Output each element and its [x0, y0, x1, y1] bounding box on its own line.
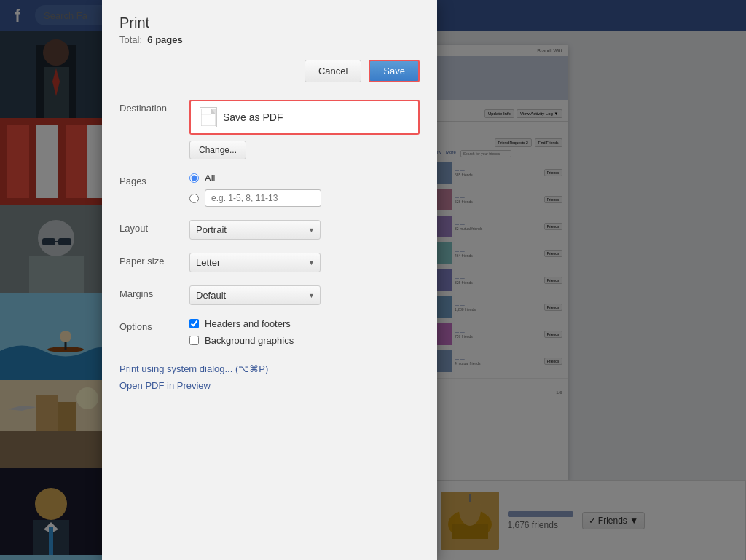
save-button[interactable]: Save — [369, 60, 420, 82]
pages-custom-option[interactable] — [189, 189, 420, 207]
background-graphics-label: Background graphics — [205, 335, 294, 346]
pages-value: All — [189, 173, 420, 207]
headers-footers-label: Headers and footers — [205, 318, 291, 329]
print-total-label: Total: — [119, 34, 142, 45]
margins-value: Default None Minimum Custom — [189, 285, 420, 305]
system-dialog-link[interactable]: Print using system dialog... (⌥⌘P) — [119, 363, 420, 374]
pages-all-option[interactable]: All — [189, 173, 420, 184]
print-pages-row: Pages All — [119, 173, 420, 207]
margins-select[interactable]: Default None Minimum Custom — [189, 285, 321, 305]
paper-select-wrapper: Letter Legal A4 — [189, 253, 321, 272]
margins-label: Margins — [119, 285, 178, 299]
destination-name: Save as PDF — [223, 111, 283, 123]
print-options-row: Options Headers and footers Background g… — [119, 318, 420, 346]
print-destination-row: Destination Save as PDF — [119, 100, 420, 159]
pages-custom-input[interactable] — [205, 189, 321, 207]
facebook-background: 5/7/2015 Brandi Witt Brandi Witt — [0, 0, 746, 560]
options-value: Headers and footers Background graphics — [189, 318, 420, 346]
pages-all-radio[interactable] — [189, 173, 199, 183]
layout-label: Layout — [119, 220, 178, 234]
change-destination-button[interactable]: Change... — [189, 141, 246, 159]
layout-value: Portrait Landscape — [189, 220, 420, 240]
pages-all-label: All — [205, 173, 215, 184]
paper-size-value: Letter Legal A4 — [189, 253, 420, 272]
pdf-preview-link[interactable]: Open PDF in Preview — [119, 380, 420, 391]
destination-value: Save as PDF Change... — [189, 100, 420, 159]
print-margins-row: Margins Default None Minimum Custom — [119, 285, 420, 305]
print-paper-row: Paper size Letter Legal A4 — [119, 253, 420, 272]
print-dialog-title: Print — [119, 15, 420, 31]
headers-footers-option[interactable]: Headers and footers — [189, 318, 420, 329]
print-links: Print using system dialog... (⌥⌘P) Open … — [119, 363, 420, 391]
pages-custom-radio[interactable] — [189, 194, 199, 203]
pages-radio-group: All — [189, 173, 420, 207]
destination-box: Save as PDF — [189, 100, 420, 135]
print-total-value: 6 pages — [147, 34, 182, 45]
pages-label: Pages — [119, 173, 178, 186]
background-graphics-checkbox[interactable] — [189, 336, 199, 345]
cancel-button[interactable]: Cancel — [305, 60, 361, 82]
print-overlay: Print Total: 6 pages Cancel Save Destina… — [0, 0, 746, 560]
destination-label: Destination — [119, 100, 178, 114]
layout-select[interactable]: Portrait Landscape — [189, 220, 321, 240]
background-graphics-option[interactable]: Background graphics — [189, 335, 420, 346]
paper-size-label: Paper size — [119, 253, 178, 267]
print-layout-row: Layout Portrait Landscape — [119, 220, 420, 240]
print-total: Total: 6 pages — [119, 34, 420, 45]
options-label: Options — [119, 318, 178, 332]
paper-size-select[interactable]: Letter Legal A4 — [189, 253, 321, 272]
margins-select-wrapper: Default None Minimum Custom — [189, 285, 321, 305]
print-action-row: Cancel Save — [119, 60, 420, 82]
layout-select-wrapper: Portrait Landscape — [189, 220, 321, 240]
print-dialog: Print Total: 6 pages Cancel Save Destina… — [102, 0, 437, 560]
pdf-icon — [200, 107, 217, 127]
headers-footers-checkbox[interactable] — [189, 319, 199, 328]
options-group: Headers and footers Background graphics — [189, 318, 420, 346]
